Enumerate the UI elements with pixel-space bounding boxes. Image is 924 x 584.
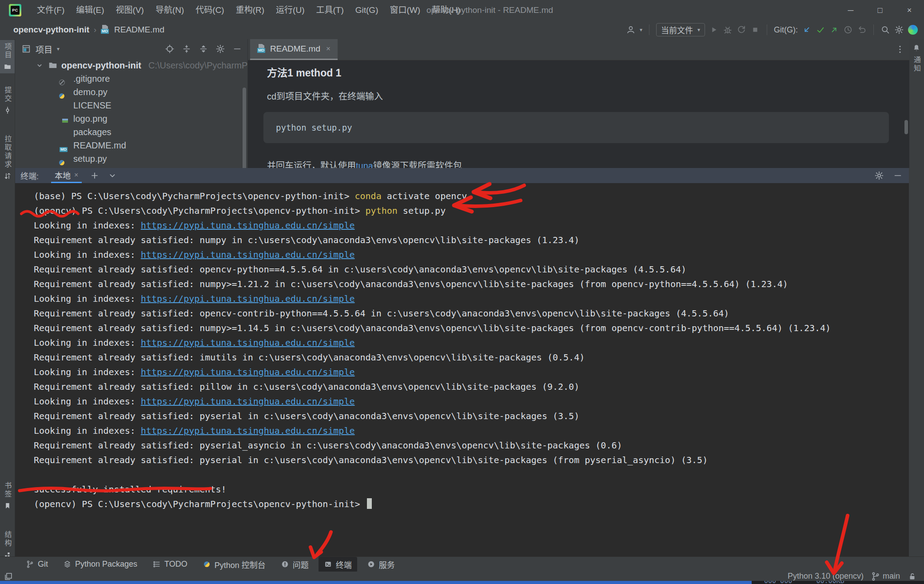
- expand-all-icon[interactable]: [182, 44, 191, 54]
- menu-item[interactable]: 工具(T): [310, 0, 349, 20]
- project-root-row[interactable]: opencv-python-init C:\Users\cody\Pycharm…: [15, 59, 247, 72]
- editor-scrollbar[interactable]: [904, 120, 908, 134]
- code-with-me-icon[interactable]: [908, 25, 918, 35]
- tree-file-row[interactable]: logo.png: [15, 112, 247, 125]
- hide-panel-icon[interactable]: [232, 44, 242, 54]
- search-everywhere-icon[interactable]: [880, 25, 890, 35]
- terminal-settings-icon[interactable]: [874, 171, 884, 180]
- project-panel-title[interactable]: 项目: [36, 43, 52, 55]
- tool-window-button-label: 终端: [336, 559, 352, 570]
- tab-close-icon[interactable]: ×: [74, 171, 78, 179]
- menu-item[interactable]: 编辑(E): [70, 0, 110, 20]
- new-terminal-icon[interactable]: [90, 171, 100, 180]
- terminal-label: 终端:: [20, 170, 39, 181]
- terminal-line: (opencv) PS C:\Users\cody\PycharmProject…: [34, 204, 909, 218]
- menu-item[interactable]: 代码(C): [190, 0, 230, 20]
- tool-window-button-label: TODO: [164, 560, 187, 569]
- tool-window-button-packages[interactable]: Python Packages: [58, 558, 143, 571]
- terminal-tab-local[interactable]: 本地 ×: [51, 168, 82, 183]
- tool-window-button-label: 服务: [379, 559, 395, 570]
- user-dropdown-icon[interactable]: ▾: [640, 27, 642, 33]
- tool-window-button-python[interactable]: Python 控制台: [197, 557, 271, 572]
- tool-window-button-todo[interactable]: TODO: [147, 558, 193, 571]
- tool-window-button-services[interactable]: 服务: [362, 557, 400, 572]
- git-commit-icon[interactable]: [816, 25, 825, 35]
- tree-vertical-scrollbar[interactable]: [243, 88, 246, 168]
- history-icon[interactable]: [843, 25, 853, 35]
- tree-file-row[interactable]: .gitignore: [15, 72, 247, 85]
- tree-file-row[interactable]: LICENSE: [15, 99, 247, 112]
- run-button[interactable]: [709, 25, 719, 35]
- tool-window-button-branch[interactable]: Git: [20, 558, 53, 571]
- file-name: .gitignore: [73, 74, 110, 84]
- menu-item[interactable]: 文件(F): [31, 0, 70, 20]
- tree-file-row[interactable]: packages: [15, 125, 247, 139]
- terminal-minimize-icon[interactable]: [893, 171, 903, 180]
- locate-icon: [165, 44, 175, 54]
- menu-item[interactable]: 视图(V): [110, 0, 150, 20]
- minimize-button[interactable]: ─: [836, 0, 865, 20]
- stop-button[interactable]: [750, 25, 760, 35]
- title-bar: PC 文件(F)编辑(E)视图(V)导航(N)代码(C)重构(R)运行(U)工具…: [0, 0, 924, 20]
- collapse-all-icon[interactable]: [199, 44, 208, 54]
- gear-icon: [874, 171, 884, 180]
- breadcrumb-project[interactable]: opencv-python-init: [13, 25, 89, 35]
- user-icon[interactable]: [626, 25, 636, 35]
- menu-item[interactable]: 导航(N): [150, 0, 190, 20]
- rollback-icon[interactable]: [857, 25, 867, 35]
- menu-item[interactable]: Git(G): [350, 0, 384, 20]
- terminal-output[interactable]: (base) PS C:\Users\cody\PycharmProjects\…: [15, 183, 909, 556]
- notifications-stripe-button[interactable]: 通知: [909, 43, 924, 73]
- chevron-down-sm-icon: [35, 60, 44, 70]
- file-icon-python: [61, 154, 69, 164]
- chevron-down-icon[interactable]: ▾: [57, 46, 60, 52]
- maximize-button[interactable]: □: [865, 0, 895, 20]
- readme-code-text: python setup.py: [276, 123, 352, 132]
- readme-heading: 方法1 method 1: [267, 64, 341, 80]
- readme-code-block: python setup.py: [263, 112, 889, 143]
- git-branch-widget[interactable]: main: [871, 572, 900, 581]
- menu-item[interactable]: 窗口(W): [384, 0, 426, 20]
- tool-window-button-problem[interactable]: 问题: [275, 557, 314, 572]
- interpreter-widget[interactable]: Python 3.10 (opencv): [788, 572, 864, 581]
- tree-file-row[interactable]: demo.py: [15, 85, 247, 99]
- editor-area: MD README.md × 方法1 method 1 cd到项目文件夹，在终端…: [247, 39, 909, 168]
- breadcrumb-file[interactable]: README.md: [114, 25, 164, 35]
- settings-gear-icon[interactable]: [894, 25, 904, 35]
- lock-icon[interactable]: [907, 572, 917, 581]
- tree-file-row[interactable]: MDREADME.md: [15, 139, 247, 152]
- menu-item[interactable]: 重构(R): [230, 0, 270, 20]
- window-controls: ─ □ ×: [836, 0, 924, 20]
- close-button[interactable]: ×: [895, 0, 924, 20]
- tree-expand-icon[interactable]: [35, 60, 44, 70]
- git-update-icon[interactable]: [802, 25, 812, 35]
- tool-window-button-terminal[interactable]: 终端: [319, 557, 357, 572]
- stripe-button-bookmark[interactable]: 书签: [0, 479, 15, 512]
- folder-icon: [48, 60, 58, 70]
- profile-button[interactable]: [737, 25, 746, 35]
- branch-icon: [871, 572, 880, 581]
- stripe-button-pull-request[interactable]: 拉取请求: [0, 132, 15, 183]
- tool-window-switcher-icon[interactable]: [4, 572, 13, 581]
- bug-icon: [723, 25, 733, 35]
- tab-close-icon[interactable]: ×: [326, 44, 331, 53]
- run-config-select[interactable]: 当前文件 ▾: [656, 23, 705, 36]
- layout-icon: [4, 572, 13, 581]
- editor-tab-readme[interactable]: MD README.md ×: [250, 39, 338, 60]
- git-push-icon[interactable]: [829, 25, 839, 35]
- stripe-button-folder[interactable]: 项目: [0, 40, 15, 73]
- panel-options-gear-icon[interactable]: [215, 44, 225, 54]
- select-opened-file-icon[interactable]: [165, 44, 175, 54]
- terminal-dropdown-icon[interactable]: [108, 171, 117, 180]
- tree-file-row[interactable]: setup.py: [15, 152, 247, 165]
- left-tool-stripe: 项目提交拉取请求书签结构: [0, 39, 15, 572]
- menu-item[interactable]: 运行(U): [270, 0, 310, 20]
- stripe-button-commit[interactable]: 提交: [0, 84, 15, 117]
- clipped-background-window: 000 000 00.00KB: [0, 581, 924, 584]
- debug-button[interactable]: [723, 25, 733, 35]
- breadcrumb-separator: ›: [94, 25, 96, 35]
- tab-options-icon[interactable]: [895, 44, 905, 54]
- clock-icon: [843, 25, 853, 35]
- terminal-line: Looking in indexes: https://pypi.tuna.ts…: [34, 336, 909, 350]
- project-panel: 项目 ▾ opencv-python-init C:\Users\cody\Py…: [15, 39, 247, 168]
